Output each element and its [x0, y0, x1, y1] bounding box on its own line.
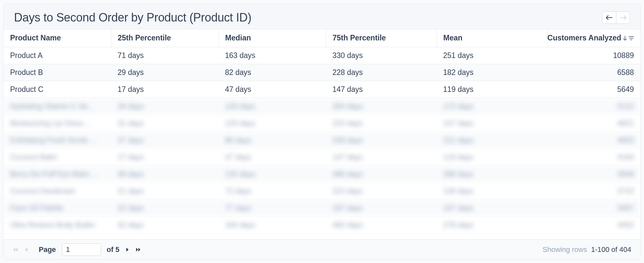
cell-name: Product A [4, 47, 111, 64]
first-page-button[interactable] [13, 247, 19, 253]
cell-p75: 482 days [326, 216, 437, 233]
cell-customers: 3487 [547, 199, 640, 216]
cell-name: Exfoliating Fresh Scrub ... [4, 132, 111, 149]
next-page-icon [125, 247, 129, 253]
cell-p25: 37 days [111, 132, 218, 149]
table-row[interactable]: Coconut Balm17 days47 days147 days119 da… [4, 149, 640, 166]
svg-marker-8 [25, 248, 27, 252]
prev-page-icon [24, 247, 28, 253]
table-row[interactable]: Product A71 days163 days330 days251 days… [4, 47, 640, 64]
cell-p25: 17 days [111, 81, 218, 98]
cell-p75: 248 days [326, 132, 437, 149]
cell-name: Moisturizing Lip Gloss ... [4, 115, 111, 132]
table-row[interactable]: Hydrating Vitamin C Se...34 days128 days… [4, 98, 640, 115]
cell-mean: 119 days [437, 81, 547, 98]
table-row[interactable]: Face Oil Palette22 days77 days187 days10… [4, 199, 640, 216]
page-input[interactable] [62, 243, 101, 256]
cell-name: Product B [4, 64, 111, 81]
table-row[interactable]: Product B29 days82 days228 days182 days6… [4, 64, 640, 81]
cell-name: Ultra Restore Body Butter [4, 216, 111, 233]
cell-p75: 187 days [326, 199, 437, 216]
cell-median: 47 days [218, 149, 326, 166]
cell-p75: 224 days [326, 115, 437, 132]
cell-mean: 147 days [437, 115, 547, 132]
table-row[interactable]: Berry De-Puff Eye Balm ...48 days132 day… [4, 166, 640, 183]
prev-page-button[interactable] [24, 247, 28, 253]
cell-customers: 4821 [547, 115, 640, 132]
column-menu-icon[interactable] [629, 36, 634, 40]
cell-mean: 221 days [437, 132, 547, 149]
col-header-mean[interactable]: Mean [437, 29, 547, 47]
cell-mean: 172 days [437, 98, 547, 115]
next-page-button[interactable] [125, 247, 129, 253]
table-row[interactable]: Coconut Deodorant21 days72 days222 days1… [4, 183, 640, 199]
of-pages-label: of 5 [107, 245, 119, 254]
cell-customers: 4663 [547, 132, 640, 149]
cell-p75: 284 days [326, 98, 437, 115]
cell-name: Berry De-Puff Eye Balm ... [4, 166, 111, 183]
cell-p75: 147 days [326, 81, 437, 98]
cell-name: Face Oil Palette [4, 199, 111, 216]
table-footer: Page of 5 Showing rows 1-100 of 404 [4, 239, 640, 259]
first-page-icon [13, 247, 19, 253]
cell-median: 47 days [218, 81, 326, 98]
cell-mean: 119 days [437, 149, 547, 166]
cell-median: 72 days [218, 183, 326, 199]
last-page-icon [135, 247, 141, 253]
cell-customers: 6588 [547, 64, 640, 81]
cell-customers: 4164 [547, 149, 640, 166]
cell-mean: 278 days [437, 216, 547, 233]
cell-p75: 228 days [326, 64, 437, 81]
cell-p75: 222 days [326, 183, 437, 199]
arrow-left-icon [606, 15, 613, 20]
col-header-customers[interactable]: Customers Analyzed [547, 29, 640, 47]
card-header: Days to Second Order by Product (Product… [4, 4, 640, 29]
cell-p25: 34 days [111, 98, 218, 115]
cell-name: Coconut Balm [4, 149, 111, 166]
svg-marker-10 [136, 248, 138, 252]
arrow-right-icon [620, 15, 627, 20]
table-header-row: Product Name 25th Percentile Median 75th… [4, 29, 640, 47]
svg-marker-11 [138, 248, 140, 252]
cell-p75: 330 days [326, 47, 437, 64]
cell-median: 77 days [218, 199, 326, 216]
data-table: Product Name 25th Percentile Median 75th… [4, 29, 640, 234]
cell-customers: 3452 [547, 216, 640, 233]
cell-mean: 182 days [437, 64, 547, 81]
rows-info-label: Showing rows [542, 245, 587, 254]
cell-customers: 3722 [547, 183, 640, 199]
col-header-product-name[interactable]: Product Name [4, 29, 111, 47]
table-row[interactable]: Product C17 days47 days147 days119 days5… [4, 81, 640, 98]
cell-p25: 42 days [111, 216, 218, 233]
cell-median: 86 days [218, 132, 326, 149]
last-page-button[interactable] [135, 247, 141, 253]
cell-median: 132 days [218, 166, 326, 183]
table-row[interactable]: Moisturizing Lip Gloss ...31 days124 day… [4, 115, 640, 132]
cell-customers: 5649 [547, 81, 640, 98]
table-row[interactable]: Ultra Restore Body Butter42 days164 days… [4, 216, 640, 233]
cell-mean: 251 days [437, 47, 547, 64]
table-row[interactable]: Exfoliating Fresh Scrub ...37 days86 day… [4, 132, 640, 149]
cell-p25: 48 days [111, 166, 218, 183]
page-label: Page [39, 245, 56, 254]
cell-customers: 3948 [547, 166, 640, 183]
cell-p25: 22 days [111, 199, 218, 216]
cell-p75: 147 days [326, 149, 437, 166]
scroll-left-button[interactable] [602, 12, 616, 23]
cell-customers: 10889 [547, 47, 640, 64]
cell-mean: 107 days [437, 199, 547, 216]
rows-info: Showing rows 1-100 of 404 [542, 245, 631, 254]
cell-p25: 29 days [111, 64, 218, 81]
col-header-median[interactable]: Median [218, 29, 326, 47]
cell-name: Product C [4, 81, 111, 98]
report-card: Days to Second Order by Product (Product… [3, 3, 641, 260]
cell-customers: 5122 [547, 98, 640, 115]
cell-p25: 71 days [111, 47, 218, 64]
cell-p25: 21 days [111, 183, 218, 199]
cell-median: 164 days [218, 216, 326, 233]
col-header-p75[interactable]: 75th Percentile [326, 29, 437, 47]
scroll-right-button[interactable] [616, 12, 630, 23]
cell-p75: 486 days [326, 166, 437, 183]
col-header-p25[interactable]: 25th Percentile [111, 29, 218, 47]
pager: Page of 5 [13, 243, 141, 256]
